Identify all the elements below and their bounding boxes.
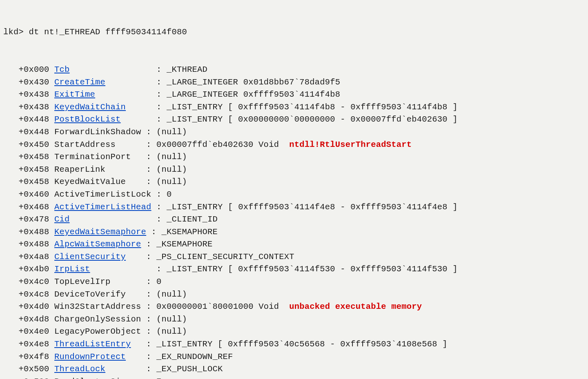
field-name[interactable]: AlpcWaitSemaphore: [54, 239, 141, 249]
field-padding: [105, 364, 146, 374]
struct-field-row: +0x448 ForwardLinkShadow : (null): [3, 126, 585, 139]
field-value: : _LIST_ENTRY [ 0xffff9503`4114f530 - 0x…: [156, 264, 458, 274]
field-offset: +0x458: [3, 165, 54, 174]
field-padding: [70, 215, 157, 224]
field-offset: +0x448: [3, 115, 54, 124]
field-padding: [111, 277, 147, 286]
field-offset: +0x458: [3, 177, 54, 186]
field-offset: +0x500: [3, 364, 54, 374]
struct-field-row: +0x430 CreateTime : _LARGE_INTEGER 0x01d…: [3, 76, 585, 89]
field-offset: +0x4e8: [3, 339, 54, 349]
struct-field-row: +0x4d0 Win32StartAddress : 0x00000001`80…: [3, 301, 585, 313]
field-padding: [141, 315, 147, 324]
field-name[interactable]: Cid: [54, 215, 70, 224]
struct-field-row: +0x448 PostBlockList : _LIST_ENTRY [ 0x0…: [3, 113, 585, 126]
struct-field-row: +0x000 Tcb : _KTHREAD: [3, 64, 585, 76]
field-name[interactable]: ActiveTimerListHead: [54, 202, 151, 212]
field-name: StartAddress: [54, 140, 116, 149]
field-name[interactable]: PostBlockList: [54, 115, 121, 124]
field-value: : _KSEMAPHORE: [146, 239, 213, 249]
field-padding: [126, 102, 156, 112]
field-name: LegacyPowerObject: [54, 327, 141, 336]
field-padding: [90, 264, 157, 274]
field-value: : _LARGE_INTEGER 0x01d8bb67`78dad9f5: [156, 78, 340, 87]
field-value: : (null): [146, 152, 187, 162]
field-value: : 0: [156, 190, 172, 199]
field-offset: +0x4a8: [3, 252, 54, 262]
field-padding: [131, 377, 147, 379]
field-padding: [95, 90, 156, 99]
struct-field-row: +0x4e8 ThreadListEntry : _LIST_ENTRY [ 0…: [3, 338, 585, 351]
field-value: : _LIST_ENTRY [ 0xffff9503`40c56568 - 0x…: [146, 339, 448, 349]
field-offset: +0x4c8: [3, 290, 54, 299]
field-name: ReaperLink: [54, 165, 105, 174]
field-padding: [151, 190, 157, 199]
field-value: : (null): [146, 165, 187, 174]
field-value: : _LIST_ENTRY [ 0xffff9503`4114f4b8 - 0x…: [156, 102, 458, 112]
field-name[interactable]: KeyedWaitChain: [54, 102, 126, 112]
field-name[interactable]: IrpList: [54, 264, 90, 274]
field-offset: +0x4b0: [3, 264, 54, 274]
field-name: ChargeOnlySession: [54, 315, 141, 324]
field-value: : _LIST_ENTRY [ 0xffff9503`4114f4e8 - 0x…: [156, 202, 458, 212]
field-offset: +0x4f8: [3, 352, 54, 361]
field-name: TopLevelIrp: [54, 277, 111, 286]
field-value: : (null): [146, 290, 187, 299]
struct-field-row: +0x488 KeyedWaitSemaphore : _KSEMAPHORE: [3, 226, 585, 239]
field-name[interactable]: ExitTime: [54, 90, 95, 99]
field-value: : _EX_PUSH_LOCK: [146, 364, 223, 374]
struct-field-row: +0x4e0 LegacyPowerObject : (null): [3, 326, 585, 338]
field-value: : (null): [146, 327, 187, 336]
struct-field-row: +0x488 AlpcWaitSemaphore : _KSEMAPHORE: [3, 238, 585, 251]
struct-field-row: +0x4f8 RundownProtect : _EX_RUNDOWN_REF: [3, 351, 585, 363]
field-offset: +0x438: [3, 90, 54, 99]
field-name: ForwardLinkShadow: [54, 127, 141, 137]
debugger-output: lkd> dt nt!_ETHREAD ffff95034114f080 +0x…: [0, 0, 588, 379]
field-offset: +0x4e0: [3, 327, 54, 336]
field-value: : 0x00000001`80001000 Void: [146, 302, 289, 311]
struct-field-row: +0x508 ReadClusterSize : 7: [3, 376, 585, 379]
field-padding: [131, 152, 147, 162]
field-name[interactable]: ThreadLock: [54, 364, 105, 374]
field-padding: [105, 165, 146, 174]
struct-field-row: +0x438 ExitTime : _LARGE_INTEGER 0xffff9…: [3, 89, 585, 101]
field-name[interactable]: ThreadListEntry: [54, 339, 131, 349]
field-padding: [151, 202, 157, 212]
struct-field-row: +0x468 ActiveTimerListHead : _LIST_ENTRY…: [3, 201, 585, 214]
field-value: : (null): [146, 177, 187, 186]
field-name[interactable]: KeyedWaitSemaphore: [54, 227, 146, 237]
field-value: : 0x00007ffd`eb402630 Void: [146, 140, 289, 149]
field-value: : _PS_CLIENT_SECURITY_CONTEXT: [146, 252, 294, 262]
field-value: : (null): [146, 315, 187, 324]
struct-field-row: +0x460 ActiveTimerListLock : 0: [3, 188, 585, 201]
field-annotation: unbacked executable memory: [289, 302, 422, 311]
struct-field-row: +0x4c8 DeviceToVerify : (null): [3, 288, 585, 301]
field-value: : _LIST_ENTRY [ 0x00000000`00000000 - 0x…: [156, 115, 458, 124]
field-offset: +0x478: [3, 215, 54, 224]
struct-field-row: +0x458 ReaperLink : (null): [3, 164, 585, 176]
struct-field-row: +0x4c0 TopLevelIrp : 0: [3, 276, 585, 288]
field-offset: +0x000: [3, 65, 54, 74]
field-name: Win32StartAddress: [54, 302, 141, 311]
field-padding: [146, 227, 151, 237]
struct-field-row: +0x478 Cid : _CLIENT_ID: [3, 213, 585, 226]
field-offset: +0x488: [3, 227, 54, 237]
field-name[interactable]: ClientSecurity: [54, 252, 126, 262]
field-padding: [141, 127, 147, 137]
struct-field-row: +0x4b0 IrpList : _LIST_ENTRY [ 0xffff950…: [3, 263, 585, 276]
field-padding: [105, 78, 156, 87]
field-padding: [141, 239, 147, 249]
field-offset: +0x460: [3, 190, 54, 199]
field-name: ActiveTimerListLock: [54, 190, 151, 199]
field-offset: +0x4d0: [3, 302, 54, 311]
field-name[interactable]: Tcb: [54, 65, 70, 74]
struct-fields: +0x000 Tcb : _KTHREAD +0x430 CreateTime …: [3, 64, 585, 379]
field-value: : _EX_RUNDOWN_REF: [146, 352, 233, 361]
struct-field-row: +0x458 KeyedWaitValue : (null): [3, 176, 585, 188]
field-padding: [126, 252, 146, 262]
field-name[interactable]: CreateTime: [54, 78, 105, 87]
field-name[interactable]: RundownProtect: [54, 352, 126, 361]
field-offset: +0x4d8: [3, 315, 54, 324]
field-padding: [116, 140, 146, 149]
field-value: : _CLIENT_ID: [156, 215, 218, 224]
